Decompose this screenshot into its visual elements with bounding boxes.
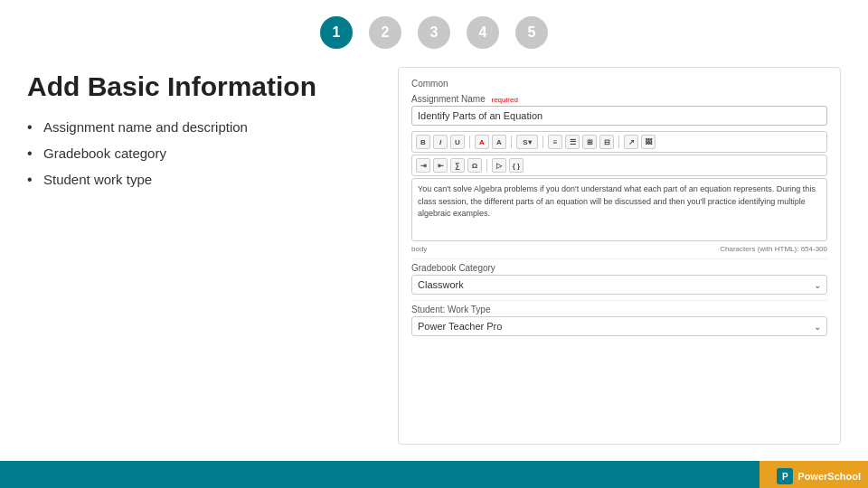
align-button[interactable]: ☰ (565, 135, 580, 149)
bottom-teal-bar (0, 461, 760, 488)
gradebook-category-value: Classwork (418, 279, 464, 290)
toolbar-sep-1 (469, 136, 470, 148)
page-title: Add Basic Information (27, 71, 371, 101)
step-5[interactable]: 5 (515, 16, 548, 49)
remove-format-button[interactable]: ⊟ (599, 135, 614, 149)
italic-button[interactable]: I (433, 135, 448, 149)
special-button[interactable]: Ω (467, 158, 482, 173)
media-button[interactable]: ▷ (492, 158, 506, 173)
student-work-type-value: Power Teacher Pro (418, 321, 502, 332)
embed-button[interactable]: { } (509, 158, 524, 173)
description-textarea[interactable]: You can't solve Algebra problems if you … (411, 178, 827, 241)
step-4[interactable]: 4 (467, 16, 499, 49)
student-work-type-label: Student: Work Type (411, 305, 827, 314)
left-panel: Add Basic Information Assignment name an… (27, 67, 371, 445)
list-button[interactable]: ≡ (548, 135, 562, 149)
chevron-down-icon: ⌄ (814, 280, 821, 290)
student-work-type-dropdown[interactable]: Power Teacher Pro ⌄ (411, 316, 827, 336)
table-button[interactable]: ⊞ (582, 135, 597, 149)
toolbar-sep-3 (542, 136, 543, 148)
highlight-button[interactable]: A (492, 135, 506, 149)
bullet-gradebook: Gradebook category (27, 144, 371, 163)
divider-1 (411, 258, 827, 259)
bullet-list: Assignment name and description Gradeboo… (27, 117, 371, 189)
toolbar-sep-5 (486, 159, 487, 172)
toolbar-sep-2 (511, 136, 512, 148)
char-count-row: body Characters (with HTML): 654-300 (411, 245, 827, 253)
char-count: Characters (with HTML): 654-300 (720, 245, 827, 253)
main-content: Add Basic Information Assignment name an… (0, 58, 868, 454)
required-indicator: required (491, 96, 517, 104)
body-label: body (411, 245, 427, 253)
bottom-bar: P PowerSchool (0, 461, 868, 488)
underline-button[interactable]: U (450, 135, 465, 149)
chevron-down-icon-2: ⌄ (814, 322, 821, 332)
font-size-button[interactable]: S▾ (516, 135, 538, 149)
bullet-assignment: Assignment name and description (27, 117, 371, 136)
assignment-name-input[interactable]: Identify Parts of an Equation (411, 106, 827, 126)
gradebook-category-label: Gradebook Category (411, 263, 827, 273)
toolbar-sep-4 (618, 136, 619, 148)
bullet-student: Student work type (27, 170, 371, 189)
outdent-button[interactable]: ⇤ (433, 158, 448, 173)
step-bar: 1 2 3 4 5 (0, 0, 868, 58)
formula-button[interactable]: ∑ (450, 158, 465, 173)
powerschool-text: PowerSchool (797, 471, 861, 482)
powerschool-logo: P PowerSchool (777, 468, 861, 484)
form-panel: Common Assignment Name required Identify… (398, 67, 841, 445)
step-1[interactable]: 1 (320, 16, 353, 49)
step-3[interactable]: 3 (418, 16, 450, 49)
editor-toolbar-2: ⇥ ⇤ ∑ Ω ▷ { } (411, 155, 827, 176)
editor-toolbar: B I U A A S▾ ≡ ☰ ⊞ ⊟ ↗ 🖼 (411, 131, 827, 153)
indent-button[interactable]: ⇥ (416, 158, 430, 173)
image-button[interactable]: 🖼 (641, 135, 656, 149)
link-button[interactable]: ↗ (624, 135, 638, 149)
gradebook-category-dropdown[interactable]: Classwork ⌄ (411, 275, 827, 295)
section-label: Common (411, 79, 827, 89)
step-2[interactable]: 2 (369, 16, 401, 49)
divider-2 (411, 300, 827, 301)
ps-logo-icon: P (777, 468, 793, 484)
font-color-button[interactable]: A (475, 135, 489, 149)
bold-button[interactable]: B (416, 135, 430, 149)
assignment-name-label: Assignment Name required (411, 94, 827, 104)
bottom-orange-bar: P PowerSchool (760, 461, 868, 488)
